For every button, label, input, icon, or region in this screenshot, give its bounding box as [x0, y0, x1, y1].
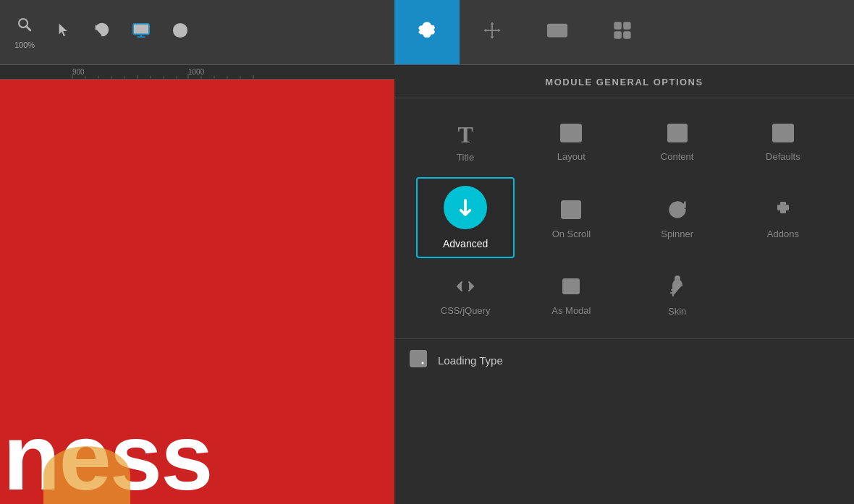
cssjquery-icon — [455, 276, 476, 299]
fruit-decoration — [43, 446, 130, 504]
cursor-tool[interactable] — [56, 22, 72, 43]
option-skin[interactable]: Skin — [628, 265, 727, 324]
option-skin-label: Skin — [668, 306, 686, 317]
canvas-area: 900 1000 — [0, 65, 394, 504]
monitor-icon — [132, 22, 151, 43]
svg-marker-5 — [140, 35, 143, 37]
tab-settings[interactable] — [394, 0, 460, 64]
option-title-label: Title — [457, 152, 474, 163]
toolbar-right — [394, 0, 854, 64]
option-defaults-label: Defaults — [766, 151, 800, 162]
media-icon — [546, 21, 568, 44]
loading-type-label: Loading Type — [438, 354, 503, 367]
title-icon: T — [457, 123, 473, 146]
option-spinner[interactable]: Spinner — [628, 177, 727, 258]
onscroll-icon — [560, 200, 582, 223]
option-addons-label: Addons — [767, 228, 799, 239]
option-cssjquery-label: CSS/jQuery — [441, 305, 491, 316]
zoom-label: 100% — [14, 40, 35, 49]
svg-rect-10 — [615, 22, 621, 28]
option-content-label: Content — [661, 151, 694, 162]
panel-header: MODULE GENERAL OPTIONS — [394, 65, 854, 98]
ruler-ticks — [0, 65, 394, 79]
options-grid: T Title Layout Content — [394, 98, 854, 338]
canvas-content: iness — [0, 80, 394, 504]
defaults-icon — [772, 124, 794, 145]
help-tool[interactable] — [172, 22, 188, 43]
svg-rect-2 — [133, 23, 149, 34]
option-cssjquery[interactable]: CSS/jQuery — [416, 265, 515, 324]
svg-rect-40 — [785, 134, 791, 140]
panel-bottom[interactable]: Loading Type — [394, 338, 854, 382]
undo-icon — [94, 22, 110, 43]
option-asmodal[interactable]: As Modal — [522, 265, 620, 324]
option-advanced-label: Advanced — [443, 238, 488, 249]
gear-icon — [417, 20, 437, 45]
toolbar-left: 100% — [0, 16, 394, 49]
search-icon — [16, 16, 33, 38]
monitor-tool[interactable] — [132, 22, 151, 43]
option-onscroll-label: On Scroll — [552, 228, 591, 239]
option-onscroll[interactable]: On Scroll — [522, 177, 620, 258]
option-defaults[interactable]: Defaults — [734, 113, 832, 170]
option-addons[interactable]: Addons — [734, 177, 832, 258]
loading-type-icon — [409, 349, 428, 372]
layers-icon — [612, 20, 633, 45]
option-layout[interactable]: Layout — [522, 113, 620, 170]
svg-rect-44 — [566, 282, 576, 291]
main-content: 900 1000 — [0, 65, 854, 504]
zoom-tool[interactable]: 100% — [14, 16, 35, 49]
svg-line-1 — [27, 26, 31, 30]
toolbar: 100% — [0, 0, 854, 65]
spinner-icon — [667, 200, 688, 223]
svg-rect-39 — [775, 126, 781, 131]
tab-move[interactable] — [460, 0, 525, 64]
svg-point-7 — [179, 33, 181, 35]
svg-rect-11 — [624, 22, 630, 28]
addons-icon — [772, 200, 794, 223]
svg-point-45 — [675, 276, 680, 281]
option-layout-label: Layout — [557, 151, 585, 162]
option-spinner-label: Spinner — [661, 228, 693, 239]
layout-icon — [560, 124, 582, 145]
option-title[interactable]: T Title — [416, 113, 515, 170]
option-content[interactable]: Content — [628, 113, 727, 170]
skin-icon — [667, 276, 688, 300]
asmodal-icon — [560, 276, 582, 299]
option-advanced[interactable]: Advanced — [416, 177, 515, 258]
ruler-horizontal: 900 1000 — [0, 65, 394, 80]
option-asmodal-label: As Modal — [551, 305, 591, 316]
help-icon — [172, 22, 188, 43]
content-icon — [667, 124, 688, 145]
cursor-icon — [56, 22, 72, 43]
move-icon — [482, 20, 502, 45]
advanced-cyan-circle — [444, 186, 487, 229]
undo-tool[interactable] — [94, 22, 110, 43]
tab-layers[interactable] — [590, 0, 655, 64]
right-panel: MODULE GENERAL OPTIONS T Title Layout — [394, 65, 854, 504]
svg-rect-12 — [615, 32, 621, 38]
svg-rect-13 — [624, 32, 630, 38]
tab-media[interactable] — [525, 0, 590, 64]
